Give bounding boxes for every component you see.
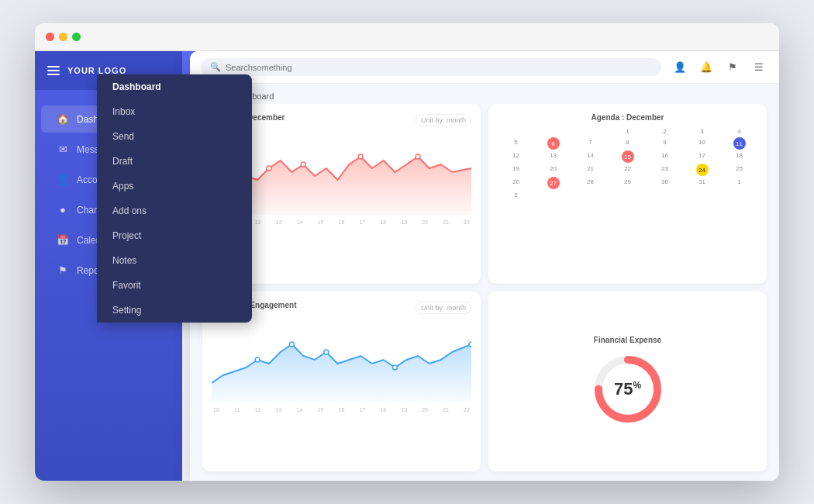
dropdown-label-inbox: Inbox: [112, 106, 135, 117]
cal-22: 22: [609, 164, 646, 176]
dropdown-item-project[interactable]: Project: [97, 223, 252, 248]
bell-icon[interactable]: 🔔: [697, 58, 716, 77]
cal-8: 8: [609, 137, 646, 150]
dropdown-item-setting[interactable]: Setting: [97, 298, 252, 323]
cal-next1: 1: [721, 177, 757, 189]
dropdown-item-dashboard[interactable]: Dashboard: [97, 74, 252, 99]
cal-28: 28: [572, 177, 609, 189]
cal-20: 20: [535, 164, 571, 176]
calendar-grid: 1 2 3 4 5 6 7 8 9 10 11 12 13: [498, 126, 757, 200]
reports-icon: ⚑: [57, 264, 69, 276]
cal-h6: 3: [684, 126, 720, 136]
svg-point-5: [267, 166, 271, 171]
cal-6: 6: [547, 137, 560, 150]
flag-icon[interactable]: ⚑: [723, 58, 742, 77]
cal-13: 13: [535, 150, 571, 163]
cal-21: 21: [572, 164, 609, 176]
cal-7: 7: [572, 137, 609, 150]
customer-xlabels: 10111213141516171819202122: [212, 407, 471, 413]
dropdown-label-setting: Setting: [112, 305, 141, 316]
dot-yellow[interactable]: [59, 33, 67, 41]
dash-icons: 👤 🔔 ⚑ ☰: [671, 58, 768, 77]
donut-value: 75%: [614, 379, 641, 399]
cal-27: 27: [547, 177, 560, 189]
cal-24: 24: [696, 164, 709, 176]
cal-h5: 2: [647, 126, 683, 136]
chart-icon: ●: [57, 204, 69, 216]
dropdown-item-addons[interactable]: Add ons: [97, 198, 252, 223]
svg-point-12: [393, 365, 398, 370]
sidebar-label-chart: Chart: [77, 205, 99, 216]
cal-18: 18: [721, 150, 757, 163]
cal-9: 9: [647, 137, 683, 150]
dash-grid: Earning : December Unit by: month: [190, 104, 779, 481]
dropdown-label-draft: Draft: [112, 156, 133, 167]
svg-point-6: [301, 162, 305, 167]
dropdown-label-addons: Add ons: [112, 205, 147, 216]
svg-point-8: [416, 154, 420, 159]
dropdown-label-favorit: Favorit: [112, 280, 141, 291]
dashboard-overlay: 🔍 👤 🔔 ⚑ ☰ Home / Dashboard Earning : Dec…: [190, 51, 779, 481]
calendar-icon: 📅: [57, 234, 69, 246]
cal-17: 17: [684, 150, 720, 163]
cal-h8: 5: [498, 137, 534, 150]
dropdown-label-project: Project: [112, 230, 141, 241]
dash-search-bar[interactable]: 🔍: [201, 58, 661, 76]
cal-31: 31: [684, 177, 720, 189]
cal-h2: [535, 126, 571, 136]
financial-expense-card: Financial Expense 75%: [488, 292, 767, 471]
earning-filter[interactable]: Unit by: month: [416, 114, 471, 126]
browser-dots: [46, 33, 81, 41]
dot-red[interactable]: [46, 33, 54, 41]
cal-23: 23: [647, 164, 683, 176]
browser-window: YOUR LOGO 🏠 Dashboard ✉ Messages 3 👤 Acc…: [35, 23, 779, 481]
agenda-card: Agenda : December 1 2 3 4 5 6 7: [488, 104, 767, 284]
svg-point-11: [324, 350, 329, 354]
cal-19: 19: [498, 164, 534, 176]
dash-topbar: 🔍 👤 🔔 ⚑ ☰: [190, 51, 779, 84]
cal-h4: 1: [609, 126, 646, 136]
cal-14: 14: [572, 150, 609, 163]
dropdown-item-inbox[interactable]: Inbox: [97, 99, 252, 124]
dropdown-panel: Dashboard Inbox Send Draft Apps Add ons …: [97, 74, 252, 323]
user-icon[interactable]: 👤: [671, 58, 689, 77]
cal-26: 26: [498, 177, 534, 189]
customer-chart-svg: [212, 317, 471, 402]
svg-point-9: [255, 357, 260, 362]
cal-h3: [572, 126, 609, 136]
cal-next2: 2: [498, 190, 534, 200]
dash-breadcrumb: Home / Dashboard: [190, 84, 779, 104]
dropdown-item-notes[interactable]: Notes: [97, 248, 252, 273]
cal-11: 11: [733, 137, 746, 150]
cal-30: 30: [647, 177, 683, 189]
cal-h1: [498, 126, 534, 136]
cal-h7: 4: [721, 126, 757, 136]
cal-25: 25: [721, 164, 757, 176]
agenda-title: Agenda : December: [498, 113, 757, 122]
dropdown-item-draft[interactable]: Draft: [97, 149, 252, 174]
dropdown-label-dashboard: Dashboard: [112, 81, 161, 92]
account-icon: 👤: [57, 174, 69, 185]
cal-29: 29: [609, 177, 646, 189]
dropdown-label-notes: Notes: [112, 255, 136, 266]
menu-dots-icon[interactable]: ☰: [750, 58, 768, 77]
dropdown-label-apps: Apps: [112, 181, 133, 192]
cal-10: 10: [684, 137, 720, 150]
financial-expense-title: Financial Expense: [594, 336, 661, 344]
dropdown-item-send[interactable]: Send: [97, 124, 252, 149]
dropdown-item-favorit[interactable]: Favorit: [97, 273, 252, 298]
cal-16: 16: [647, 150, 683, 163]
browser-titlebar: [35, 23, 779, 51]
svg-point-10: [290, 342, 295, 347]
dash-search-icon: 🔍: [210, 62, 221, 72]
cal-15: 15: [622, 150, 634, 163]
cal-12: 12: [498, 150, 534, 163]
customer-filter[interactable]: Unit by: month: [416, 302, 471, 314]
dropdown-item-apps[interactable]: Apps: [97, 174, 252, 198]
svg-point-13: [469, 342, 471, 347]
dot-green[interactable]: [72, 33, 81, 41]
messages-icon: ✉: [57, 143, 69, 155]
hamburger-icon[interactable]: [47, 66, 60, 75]
home-icon: 🏠: [57, 113, 69, 125]
dash-search-input[interactable]: [226, 63, 652, 72]
